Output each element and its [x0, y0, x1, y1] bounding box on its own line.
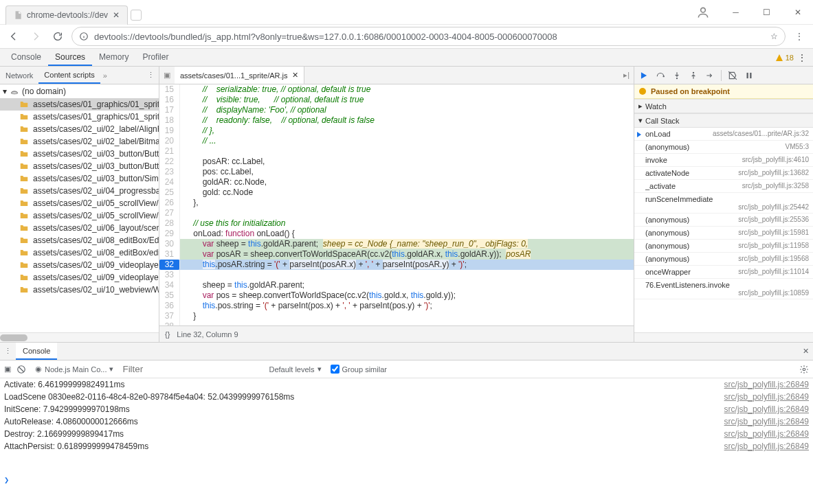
bookmark-icon[interactable]: ☆ — [770, 32, 778, 41]
navigator-tab-content-scripts[interactable]: Content scripts — [38, 67, 100, 84]
step-over-button[interactable] — [654, 69, 667, 82]
tree-item-label: assets/cases/02_ui/08_editBox/EditBox.js — [33, 236, 159, 245]
log-level-select[interactable]: Default levels ▾ — [265, 364, 324, 374]
tab-close-icon[interactable]: ✕ — [112, 11, 120, 19]
tree-item[interactable]: assets/cases/02_ui/09_videoplayer/Dummy.… — [0, 259, 159, 271]
group-similar-checkbox[interactable]: Group similar — [331, 365, 387, 374]
tree-item-label: assets/cases/02_ui/03_button/ButtonInter… — [33, 149, 159, 159]
navigator-tab-network[interactable]: Network — [0, 67, 38, 84]
sources-main: Network Content scripts » ⋮ ▾ (no domain… — [0, 67, 813, 343]
chevron-down-icon: ▾ — [638, 116, 643, 125]
navigator-overflow-icon[interactable]: » — [100, 71, 110, 80]
tree-item[interactable]: assets/cases/02_ui/06_layout/scene.js — [0, 222, 159, 234]
code-editor[interactable]: 15 // serializable: true, // optional, d… — [159, 84, 634, 325]
call-stack-item[interactable]: (anonymous)VM55:3 — [634, 141, 813, 154]
call-stack-item[interactable]: runSceneImmediatesrc/jsb_polyfill.js:254… — [634, 193, 813, 214]
file-overflow-icon[interactable]: ▸| — [619, 71, 634, 80]
call-stack-item[interactable]: invokesrc/jsb_polyfill.js:4610 — [634, 154, 813, 167]
tree-item[interactable]: assets/cases/02_ui/10_webview/WebviewCtr… — [0, 284, 159, 296]
call-stack-item[interactable]: (anonymous)src/jsb_polyfill.js:19568 — [634, 253, 813, 266]
devtools-menu-icon[interactable]: ⋮ — [798, 53, 806, 62]
console-drawer: ⋮ Console ✕ ▣ ◉ Node.js Main Co... ▾ Def… — [0, 343, 813, 486]
forward-button[interactable] — [27, 28, 44, 45]
step-out-button[interactable] — [687, 69, 700, 82]
minimize-button[interactable]: ─ — [720, 0, 751, 24]
tree-item-label: assets/cases/02_ui/02_label/AlignFontLab… — [33, 124, 159, 134]
tree-item[interactable]: assets/cases/02_ui/08_editBox/editboxEve… — [0, 247, 159, 259]
console-entry: InitScene: 7.942999999970198mssrc/jsb_po… — [4, 403, 809, 415]
horizontal-scrollbar[interactable] — [0, 332, 159, 342]
deactivate-breakpoints-button[interactable] — [726, 69, 739, 82]
browser-tab-title: chrome-devtools://dev — [27, 10, 108, 20]
call-stack-list[interactable]: onLoadassets/cases/01...prite/AR.js:32(a… — [634, 128, 813, 332]
call-stack-item[interactable]: _activatesrc/jsb_polyfill.js:3258 — [634, 180, 813, 193]
console-settings-icon[interactable] — [799, 365, 809, 374]
drawer-close-icon[interactable]: ✕ — [799, 347, 813, 356]
menu-button[interactable]: ⋮ — [791, 28, 808, 45]
navigator-menu-icon[interactable]: ⋮ — [143, 71, 159, 80]
console-filter-input[interactable] — [122, 364, 260, 374]
warnings-badge[interactable]: 18 — [775, 54, 794, 62]
tree-item[interactable]: assets/cases/01_graphics/01_sprite/AR.js — [0, 98, 159, 111]
resume-button[interactable] — [637, 69, 651, 82]
tree-item[interactable]: assets/cases/01_graphics/01_sprite/Simpl… — [0, 111, 159, 123]
console-entry: Destroy: 2.166999999899417mssrc/jsb_poly… — [4, 428, 809, 440]
tab-console[interactable]: Console — [4, 49, 48, 66]
tree-item[interactable]: assets/cases/02_ui/03_button/ButtonInter… — [0, 148, 159, 160]
tab-sources[interactable]: Sources — [48, 49, 92, 66]
clear-console-button[interactable] — [16, 365, 26, 374]
step-into-button[interactable] — [670, 69, 684, 82]
call-stack-item[interactable]: onLoadassets/cases/01...prite/AR.js:32 — [634, 128, 813, 141]
braces-icon[interactable]: {} — [165, 330, 170, 339]
file-tab-close-icon[interactable]: ✕ — [292, 71, 298, 80]
callstack-section-header[interactable]: ▾ Call Stack — [634, 113, 813, 128]
call-stack-item[interactable]: (anonymous)src/jsb_polyfill.js:15981 — [634, 227, 813, 240]
watch-section-header[interactable]: ▸ Watch — [634, 99, 813, 113]
horizontal-scrollbar[interactable] — [634, 332, 813, 342]
step-button[interactable] — [703, 69, 717, 82]
console-sidebar-toggle-icon[interactable]: ▣ — [4, 365, 11, 374]
debugger-pane: Paused on breakpoint ▸ Watch ▾ Call Stac… — [634, 67, 813, 342]
console-prompt[interactable]: ❯ — [0, 474, 813, 486]
console-entry: AutoRelease: 4.08600000012666mssrc/jsb_p… — [4, 415, 809, 428]
call-stack-item[interactable]: 76.EventListeners.invokesrc/jsb_polyfill… — [634, 279, 813, 299]
drawer-tab-console[interactable]: Console — [16, 343, 57, 360]
reload-button[interactable] — [49, 28, 66, 45]
tree-item-label: assets/cases/02_ui/09_videoplayer/VideoP… — [33, 273, 159, 282]
file-tree[interactable]: ▾ (no domain) assets/cases/01_graphics/0… — [0, 84, 159, 332]
tree-item[interactable]: assets/cases/02_ui/05_scrollView/Item.js — [0, 197, 159, 209]
call-stack-item[interactable]: activateNodesrc/jsb_polyfill.js:13682 — [634, 167, 813, 180]
tree-item[interactable]: assets/cases/02_ui/05_scrollView/ListVie… — [0, 209, 159, 222]
tree-root[interactable]: ▾ (no domain) — [0, 84, 159, 98]
call-stack-item[interactable]: onceWrappersrc/jsb_polyfill.js:11014 — [634, 266, 813, 279]
tree-item[interactable]: assets/cases/02_ui/02_label/BitmapFontLa… — [0, 135, 159, 148]
tree-item[interactable]: assets/cases/02_ui/03_button/SimpleButto… — [0, 172, 159, 185]
call-stack-item[interactable]: (anonymous)src/jsb_polyfill.js:11958 — [634, 240, 813, 253]
file-tab[interactable]: assets/cases/01...1_sprite/AR.js ✕ — [175, 67, 304, 84]
tree-item-label: assets/cases/02_ui/04_progressbar/Progre… — [33, 186, 159, 196]
tab-memory[interactable]: Memory — [92, 49, 135, 66]
console-output[interactable]: Activate: 6.461999999824911mssrc/jsb_pol… — [0, 378, 813, 474]
tree-item[interactable]: assets/cases/02_ui/09_videoplayer/VideoP… — [0, 271, 159, 284]
close-button[interactable]: ✕ — [782, 0, 813, 24]
info-icon — [79, 32, 89, 41]
address-bar[interactable]: devtools://devtools/bundled/js_app.html?… — [71, 27, 786, 46]
file-nav-toggle-icon[interactable]: ▣ — [159, 71, 175, 80]
tree-item[interactable]: assets/cases/02_ui/03_button/ButtonTrans… — [0, 160, 159, 172]
devtools-tabs: Console Sources Memory Profiler 18 ⋮ — [0, 49, 813, 67]
execution-context-select[interactable]: ◉ Node.js Main Co... ▾ — [32, 364, 117, 374]
user-avatar-icon[interactable] — [696, 5, 710, 19]
window-controls: ─ ☐ ✕ — [720, 0, 813, 24]
tree-item-label: assets/cases/01_graphics/01_sprite/AR.js — [33, 100, 159, 109]
call-stack-item[interactable]: (anonymous)src/jsb_polyfill.js:25536 — [634, 214, 813, 227]
browser-tab[interactable]: chrome-devtools://dev ✕ — [5, 5, 128, 25]
back-button[interactable] — [5, 28, 22, 45]
tree-item[interactable]: assets/cases/02_ui/04_progressbar/Progre… — [0, 185, 159, 197]
pause-on-exceptions-button[interactable] — [742, 69, 756, 82]
debugger-toolbar — [634, 67, 813, 84]
tree-item[interactable]: assets/cases/02_ui/08_editBox/EditBox.js — [0, 234, 159, 247]
tab-profiler[interactable]: Profiler — [135, 49, 175, 66]
drawer-menu-icon[interactable]: ⋮ — [0, 347, 16, 356]
maximize-button[interactable]: ☐ — [751, 0, 782, 24]
tree-item[interactable]: assets/cases/02_ui/02_label/AlignFontLab… — [0, 123, 159, 135]
